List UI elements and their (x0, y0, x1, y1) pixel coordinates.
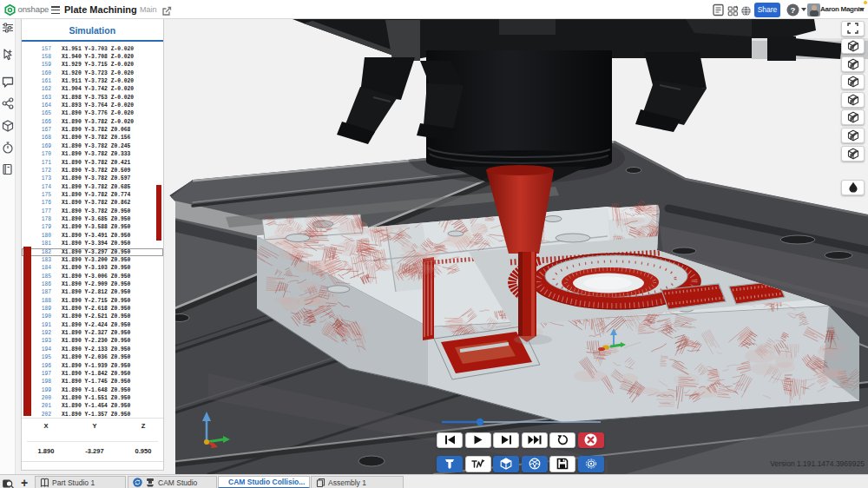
svg-text:?: ? (791, 5, 796, 15)
